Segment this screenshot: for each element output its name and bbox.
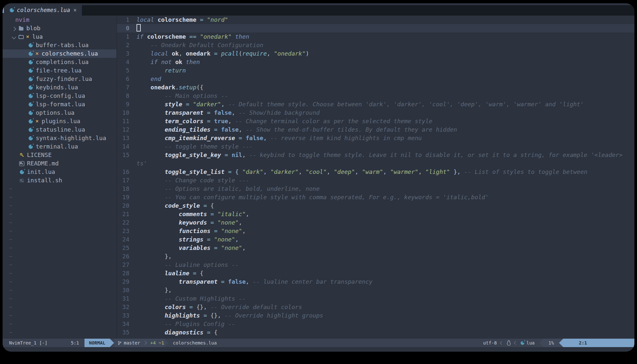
code-line[interactable]: 11 term_colors = true, -- Change termina… — [117, 117, 634, 125]
code-line[interactable]: 8 -- Main options -- — [117, 92, 634, 100]
code-line[interactable]: 31 -- Custom Highlights -- — [117, 294, 634, 303]
code-line[interactable]: 20 code_style = { — [117, 202, 634, 210]
empty-line: ~ — [3, 320, 116, 328]
code-line[interactable]: 10 transparent = false, -- Show/hide bac… — [117, 109, 634, 117]
tab-label: colorschemes.lua — [17, 7, 70, 13]
tree-item-install-sh[interactable]: >_install.sh — [3, 176, 116, 185]
code-line[interactable]: 22 keywords = "none", — [117, 218, 634, 227]
code-line[interactable]: 1if colorscheme == "onedark" then — [117, 32, 634, 41]
line-number: 33 — [117, 311, 129, 320]
tree-item-plugins-lua[interactable]: ×plugins.lua — [3, 117, 116, 125]
code-text: style = "darker", -- Default theme style… — [129, 100, 584, 109]
code-line[interactable]: 16 toggle_style_list = { "dark", "darker… — [117, 168, 634, 176]
tree-item-statusline-lua[interactable]: statusline.lua — [3, 125, 116, 134]
lua-file-icon — [28, 43, 33, 48]
code-line[interactable]: 2 -- Onedark Default Configuration — [117, 41, 634, 49]
code-line[interactable]: 12 ending_tildes = false, -- Show the en… — [117, 125, 634, 134]
tree-item-lsp-config-lua[interactable]: lsp-config.lua — [3, 92, 116, 100]
code-line[interactable]: 34 -- Plugins Config -- — [117, 320, 634, 328]
code-line[interactable]: 26 }, — [117, 252, 634, 261]
empty-line: ~ — [3, 227, 116, 235]
code-line[interactable]: 21 comments = "italic", — [117, 210, 634, 218]
code-text: comments = "italic", — [129, 210, 249, 218]
code-line[interactable]: 33 highlights = {}, -- Override highligh… — [117, 311, 634, 320]
folder-closed-icon — [19, 26, 24, 31]
chevron-right-icon — [143, 341, 147, 344]
code-text: transparent = false, -- Show/hide backgr… — [129, 109, 320, 117]
code-line-wrap[interactable]: ts' — [117, 159, 634, 168]
line-number: 25 — [117, 244, 129, 252]
line-number: 14 — [117, 142, 129, 151]
tree-item-completions-lua[interactable]: completions.lua — [3, 58, 116, 66]
code-line[interactable]: 32 colors = {}, -- Override default colo… — [117, 303, 634, 311]
tree-item-file-tree-lua[interactable]: file-tree.lua — [3, 66, 116, 75]
tree-item-colorschemes-lua[interactable]: ×colorschemes.lua — [3, 49, 116, 58]
code-line[interactable]: 27 -- Lualine options -- — [117, 261, 634, 269]
code-line[interactable]: 30 }, — [117, 286, 634, 294]
code-text: end — [129, 75, 161, 83]
empty-line: ~ — [3, 185, 116, 193]
code-line[interactable]: 18 -- Options are italic, bold, underlin… — [117, 185, 634, 193]
tree-item-keybinds-lua[interactable]: keybinds.lua — [3, 83, 116, 92]
line-number — [117, 159, 129, 168]
tree-item-buffer-tabs-lua[interactable]: buffer-tabs.lua — [3, 41, 116, 49]
line-number: 13 — [117, 134, 129, 142]
chevron-left-icon — [500, 341, 503, 344]
code-line[interactable]: 35 diagnostics = { — [117, 328, 634, 337]
code-line[interactable]: 5 return — [117, 66, 634, 75]
code-line[interactable]: 7 onedark.setup({ — [117, 83, 634, 92]
tree-root-label: nvim — [15, 16, 29, 24]
code-text: term_colors = true, -- Change terminal c… — [129, 117, 432, 125]
markdown-icon: M↓ — [19, 161, 24, 166]
tree-item-init-lua[interactable]: init.lua — [3, 168, 116, 176]
line-number: 3 — [117, 49, 129, 58]
lua-file-icon — [28, 144, 33, 149]
code-line[interactable]: 24 strings = "none", — [117, 235, 634, 244]
tab-close-icon[interactable]: × — [73, 7, 77, 13]
tree-item-license[interactable]: LICENSE — [3, 151, 116, 159]
empty-line: ~ — [3, 235, 116, 244]
text-cursor — [136, 24, 141, 32]
code-line[interactable]: 29 transparent = false, -- lualine cente… — [117, 278, 634, 286]
code-line[interactable]: 1local colorscheme = "nord" — [117, 16, 634, 24]
tree-item-lsp-format-lua[interactable]: lsp-format.lua — [3, 100, 116, 109]
code-text: -- Options are italic, bold, underline, … — [129, 185, 320, 193]
folder-open-icon — [19, 34, 24, 39]
code-line[interactable]: 3 local ok, onedark = pcall(require, "on… — [117, 49, 634, 58]
code-line[interactable]: 0 — [117, 24, 634, 32]
tab-colorschemes[interactable]: colorschemes.lua × — [5, 5, 82, 16]
tree-item-label: init.lua — [27, 168, 55, 176]
lua-file-icon — [28, 85, 33, 90]
code-line[interactable]: 19 -- You can configure multiple style w… — [117, 193, 634, 202]
tree-item-fuzzy-finder-lua[interactable]: fuzzy-finder.lua — [3, 75, 116, 83]
code-line[interactable]: 14 -- toggle theme style --- — [117, 142, 634, 151]
code-line[interactable]: 25 variables = "none", — [117, 244, 634, 252]
tree-item-lua[interactable]: ×lua — [3, 32, 116, 41]
code-line[interactable]: 17 -- Change code style --- — [117, 176, 634, 185]
tree-item-blob[interactable]: blob — [3, 24, 116, 32]
empty-line-tilde: ~ — [9, 244, 12, 252]
code-text: if colorscheme == "onedark" then — [129, 32, 249, 41]
tree-item-syntax-highlight-lua[interactable]: syntax-highlight.lua — [3, 134, 116, 142]
code-text: }, — [129, 252, 172, 261]
empty-line-tilde: ~ — [9, 278, 12, 286]
code-text: code_style = { — [129, 202, 214, 210]
tree-item-options-lua[interactable]: options.lua — [3, 109, 116, 117]
code-line[interactable]: 28 lualine = { — [117, 269, 634, 278]
code-line[interactable]: 15 toggle_style_key = nil, -- keybind to… — [117, 151, 634, 159]
lua-file-icon — [28, 119, 33, 124]
code-line[interactable]: 6 end — [117, 75, 634, 83]
code-line[interactable]: 23 functions = "none", — [117, 227, 634, 235]
code-text: variables = "none", — [129, 244, 246, 252]
tree-item-nvim[interactable]: nvim — [3, 16, 116, 24]
code-text: highlights = {}, -- Override highlight g… — [129, 311, 323, 320]
code-line[interactable]: 13 cmp_itemkind_reverse = false, -- reve… — [117, 134, 634, 142]
tree-item-terminal-lua[interactable]: terminal.lua — [3, 142, 116, 151]
code-text: cmp_itemkind_reverse = false, -- reverse… — [129, 134, 422, 142]
line-number: 19 — [117, 193, 129, 202]
code-line[interactable]: 9 style = "darker", -- Default theme sty… — [117, 100, 634, 109]
line-number: 29 — [117, 278, 129, 286]
tree-item-readme-md[interactable]: M↓README.md — [3, 159, 116, 168]
line-number: 26 — [117, 252, 129, 261]
code-line[interactable]: 4 if not ok then — [117, 58, 634, 66]
